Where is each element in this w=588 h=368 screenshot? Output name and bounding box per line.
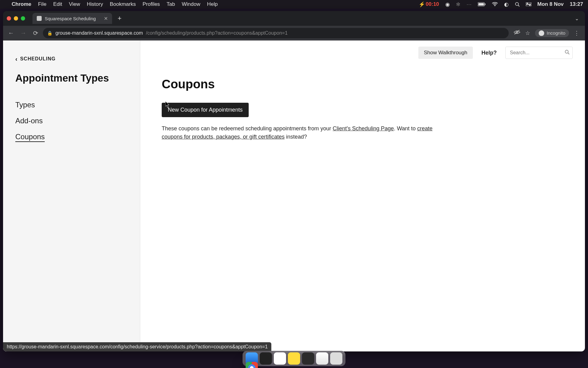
focus-icon[interactable]: ◐ — [504, 1, 509, 8]
sidebar-heading: Appointment Types — [15, 72, 128, 84]
menu-profiles[interactable]: Profiles — [142, 1, 160, 7]
page-topbar: Show Walkthrough Help? — [418, 47, 573, 59]
client-scheduling-page-link[interactable]: Client's Scheduling Page — [333, 125, 394, 132]
zoom-window-button[interactable] — [21, 16, 25, 21]
incognito-badge[interactable]: Incognito — [535, 29, 569, 37]
menubar-app-name[interactable]: Chrome — [12, 1, 31, 7]
window-controls — [7, 16, 25, 21]
main-panel: Show Walkthrough Help? Coupons New Coupo… — [140, 40, 585, 351]
coupons-description: These coupons can be redeemed scheduling… — [162, 125, 437, 141]
menu-extra2-icon[interactable]: ⋯ — [466, 1, 472, 8]
incognito-label: Incognito — [547, 30, 565, 36]
eye-blocked-icon[interactable] — [514, 29, 520, 36]
battery-status-icon[interactable]: ⚡00:10 — [419, 1, 439, 8]
dock-app-icon[interactable] — [288, 352, 300, 365]
sidebar-item-types[interactable]: Types — [15, 97, 128, 113]
sidebar-item-coupons[interactable]: Coupons — [15, 129, 128, 145]
search-icon[interactable] — [565, 50, 570, 56]
url-host: grouse-mandarin-sxnl.squarespace.com — [55, 30, 143, 36]
macos-menubar: Chrome File Edit View History Bookmarks … — [0, 0, 588, 9]
lock-icon[interactable]: 🔒 — [47, 31, 52, 36]
dock-terminal-icon[interactable] — [260, 352, 272, 365]
wifi-icon[interactable] — [492, 2, 498, 6]
macos-dock — [243, 351, 345, 366]
svg-rect-1 — [485, 3, 485, 5]
back-button[interactable]: ← — [6, 28, 16, 38]
sidebar: ‹ SCHEDULING Appointment Types Types Add… — [3, 40, 140, 351]
svg-rect-6 — [526, 2, 531, 4]
menu-history[interactable]: History — [87, 1, 103, 7]
close-tab-icon[interactable]: ✕ — [104, 16, 108, 21]
menu-bookmarks[interactable]: Bookmarks — [110, 1, 136, 7]
menu-tab[interactable]: Tab — [167, 1, 175, 7]
svg-point-8 — [527, 3, 528, 4]
sidebar-item-label: Types — [15, 101, 35, 109]
svg-rect-2 — [478, 3, 484, 6]
status-bar: https://grouse-mandarin-sxnl.squarespace… — [3, 342, 271, 351]
sidebar-item-label: Add-ons — [15, 117, 43, 125]
svg-point-3 — [494, 6, 495, 6]
url-path: /config/scheduling/products.php?action=c… — [146, 30, 288, 36]
svg-point-9 — [529, 5, 530, 6]
back-label: SCHEDULING — [20, 56, 56, 62]
battery-time: 00:10 — [426, 1, 439, 7]
address-bar[interactable]: 🔒 grouse-mandarin-sxnl.squarespace.com/c… — [43, 28, 509, 38]
new-coupon-button[interactable]: New Coupon for Appointments — [162, 103, 249, 117]
close-window-button[interactable] — [7, 16, 11, 21]
svg-rect-7 — [526, 5, 531, 6]
svg-point-4 — [515, 2, 518, 6]
copy-text: These coupons can be redeemed scheduling… — [162, 125, 333, 132]
control-center-icon[interactable] — [526, 2, 531, 6]
show-walkthrough-button[interactable]: Show Walkthrough — [418, 47, 473, 59]
new-tab-button[interactable]: + — [115, 14, 124, 22]
browser-tab[interactable]: Squarespace Scheduling ✕ — [32, 13, 112, 24]
copy-text: instead? — [285, 134, 307, 140]
sidebar-item-label: Coupons — [15, 132, 45, 142]
dock-app3-icon[interactable] — [316, 352, 328, 365]
tabs-dropdown-icon[interactable]: ⌄ — [575, 16, 581, 21]
chrome-tabstrip: Squarespace Scheduling ✕ + ⌄ — [3, 11, 585, 26]
dock-app2-icon[interactable] — [302, 352, 314, 365]
svg-point-12 — [565, 50, 568, 53]
dock-chrome-icon[interactable] — [246, 362, 258, 368]
bookmark-star-icon[interactable]: ☆ — [525, 30, 530, 36]
dock-trash-icon[interactable] — [330, 352, 342, 365]
search-input[interactable] — [505, 47, 573, 59]
menu-window[interactable]: Window — [182, 1, 200, 7]
chrome-menu-icon[interactable]: ⋮ — [574, 30, 579, 36]
dock-notes-icon[interactable] — [274, 352, 286, 365]
menu-view[interactable]: View — [69, 1, 80, 7]
menu-help[interactable]: Help — [207, 1, 218, 7]
tab-title: Squarespace Scheduling — [45, 16, 96, 21]
help-link[interactable]: Help? — [481, 50, 497, 56]
menu-edit[interactable]: Edit — [53, 1, 62, 7]
svg-line-5 — [518, 5, 519, 6]
chevron-left-icon: ‹ — [15, 56, 18, 62]
page-content: ‹ SCHEDULING Appointment Types Types Add… — [3, 40, 585, 351]
menu-file[interactable]: File — [38, 1, 46, 7]
toggl-icon[interactable]: ◉ — [445, 1, 450, 8]
spotlight-icon[interactable] — [515, 2, 520, 7]
svg-line-13 — [568, 53, 570, 55]
incognito-icon — [539, 30, 544, 36]
menu-extra-icon[interactable]: ✻ — [456, 1, 460, 8]
menubar-time[interactable]: 13:27 — [570, 1, 583, 7]
copy-text: . Want to — [394, 125, 417, 132]
sidebar-item-addons[interactable]: Add-ons — [15, 113, 128, 129]
menubar-date[interactable]: Mon 8 Nov — [537, 1, 564, 7]
minimize-window-button[interactable] — [14, 16, 18, 21]
battery-icon[interactable] — [478, 2, 486, 6]
chrome-window: Squarespace Scheduling ✕ + ⌄ ← → ⟳ 🔒 gro… — [3, 11, 585, 351]
reload-button[interactable]: ⟳ — [31, 28, 40, 38]
chrome-toolbar: ← → ⟳ 🔒 grouse-mandarin-sxnl.squarespace… — [3, 26, 585, 40]
page-title: Coupons — [162, 77, 570, 91]
forward-button[interactable]: → — [18, 28, 28, 38]
back-to-scheduling[interactable]: ‹ SCHEDULING — [15, 56, 128, 62]
tab-favicon-icon — [37, 16, 42, 21]
